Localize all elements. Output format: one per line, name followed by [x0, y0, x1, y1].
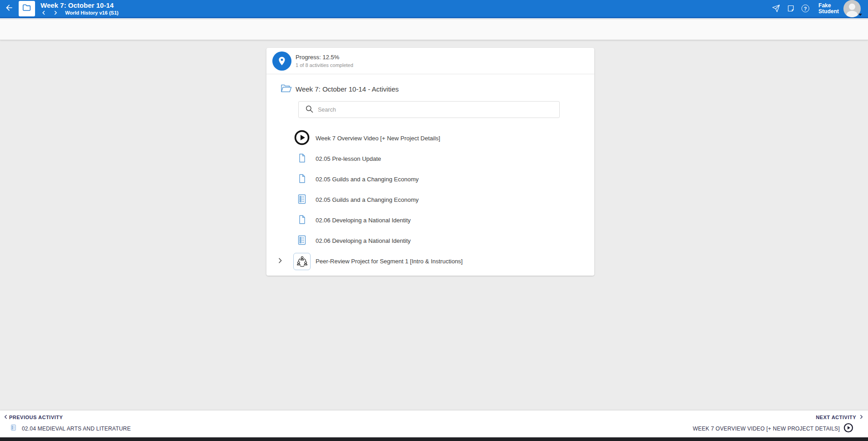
previous-activity-link[interactable]: 02.04 MEDIEVAL ARTS AND LITERATURE — [10, 424, 131, 433]
page-title: Week 7: October 10-14 — [41, 1, 118, 9]
document-icon — [297, 174, 307, 185]
activity-list: Week 7 Overview Video [+ New Project Det… — [266, 128, 594, 272]
next-activity-title: WEEK 7 OVERVIEW VIDEO [+ NEW PROJECT DET… — [693, 426, 840, 432]
activity-row[interactable]: 02.06 Developing a National Identity — [266, 210, 594, 231]
progress-label: Progress: 12.5% — [296, 54, 353, 61]
activity-row[interactable]: 02.05 Guilds and a Changing Economy — [266, 190, 594, 210]
activity-title: Peer-Review Project for Segment 1 [Intro… — [316, 258, 463, 265]
activity-title: 02.06 Developing a National Identity — [316, 217, 411, 224]
app-header: Week 7: October 10-14 World History v16 … — [0, 0, 868, 18]
folder-icon — [22, 3, 32, 15]
next-activity-button[interactable]: NEXT ACTIVITY — [816, 414, 864, 421]
play-icon — [843, 423, 853, 435]
previous-activity-button[interactable]: PREVIOUS ACTIVITY — [3, 414, 63, 421]
back-arrow-icon — [5, 3, 14, 14]
activities-card: Progress: 12.5% 1 of 8 activities comple… — [266, 48, 594, 276]
progress-section: Progress: 12.5% 1 of 8 activities comple… — [272, 51, 353, 71]
chevron-right-icon — [858, 414, 864, 421]
back-button[interactable] — [2, 2, 16, 15]
document-icon — [297, 153, 307, 165]
activity-row[interactable]: Peer-Review Project for Segment 1 [Intro… — [266, 251, 594, 272]
chevron-down-icon — [858, 14, 862, 16]
quiz-icon — [10, 424, 17, 433]
send-icon[interactable] — [772, 5, 780, 13]
activity-title: 02.06 Developing a National Identity — [316, 237, 411, 244]
course-name: World History v16 (S1) — [65, 10, 118, 15]
chevron-left-icon — [3, 414, 9, 421]
activity-row[interactable]: Week 7 Overview Video [+ New Project Det… — [266, 128, 594, 149]
search-box — [298, 101, 560, 118]
user-name: Fake Student — [818, 3, 839, 15]
section-heading: Week 7: October 10-14 - Activities — [296, 85, 399, 93]
help-icon[interactable]: ? — [801, 5, 809, 13]
header-title-block: Week 7: October 10-14 World History v16 … — [41, 1, 118, 15]
activity-nav-footer: PREVIOUS ACTIVITY 02.04 MEDIEVAL ARTS AN… — [0, 410, 868, 437]
progress-pin-icon — [272, 51, 291, 71]
next-folder-chevron-icon[interactable] — [52, 10, 59, 15]
peer-review-icon — [293, 253, 311, 270]
activity-title: Week 7 Overview Video [+ New Project Det… — [316, 135, 440, 142]
activity-row[interactable]: 02.05 Guilds and a Changing Economy — [266, 169, 594, 190]
document-icon — [297, 215, 307, 226]
current-folder-button[interactable] — [19, 1, 35, 16]
user-menu-button[interactable] — [843, 0, 861, 17]
progress-sublabel: 1 of 8 activities completed — [296, 62, 353, 68]
toolbar — [0, 20, 868, 40]
search-icon — [305, 104, 314, 115]
section-heading-row: Week 7: October 10-14 - Activities — [281, 83, 399, 95]
quiz-icon — [296, 194, 307, 206]
activity-title: 02.05 Guilds and a Changing Economy — [316, 176, 419, 183]
quiz-icon — [296, 235, 307, 247]
next-activity-link[interactable]: WEEK 7 OVERVIEW VIDEO [+ NEW PROJECT DET… — [693, 423, 853, 435]
expand-chevron-icon[interactable] — [276, 257, 284, 266]
activity-title: 02.05 Guilds and a Changing Economy — [316, 196, 419, 203]
activity-title: 02.05 Pre-lesson Update — [316, 155, 381, 162]
divider — [266, 74, 594, 74]
play-icon — [294, 130, 310, 147]
activity-row[interactable]: 02.05 Pre-lesson Update — [266, 149, 594, 169]
bottom-bar — [0, 437, 868, 441]
note-icon[interactable] — [786, 5, 795, 13]
previous-activity-title: 02.04 MEDIEVAL ARTS AND LITERATURE — [22, 426, 131, 432]
activity-row[interactable]: 02.06 Developing a National Identity — [266, 231, 594, 251]
search-input[interactable] — [318, 102, 559, 118]
prev-folder-chevron-icon[interactable] — [41, 10, 47, 15]
open-folder-icon — [281, 83, 292, 95]
